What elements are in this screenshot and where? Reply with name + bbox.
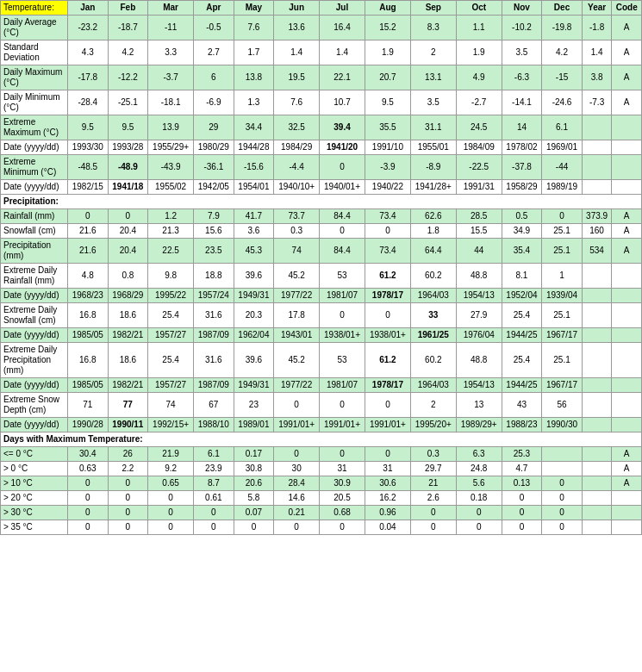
cell-2-4-3: 0	[194, 506, 234, 520]
cell-1-9-9: 13	[456, 393, 502, 418]
cell-0-1-13: A	[612, 40, 642, 65]
cell-0-4-2: 13.9	[148, 115, 194, 140]
cell-2-2-7: 30.6	[365, 476, 410, 491]
cell-0-5-6: 1941/20	[320, 140, 365, 155]
cell-1-3-2: 9.8	[148, 264, 194, 289]
cell-2-3-6: 20.5	[320, 491, 365, 506]
cell-1-2-8: 64.4	[410, 239, 456, 264]
cell-2-3-8: 2.6	[410, 491, 456, 506]
row-label-2-2: > 10 °C	[1, 476, 68, 491]
cell-1-4-3: 1957/24	[194, 289, 234, 303]
cell-0-1-3: 2.7	[194, 40, 234, 65]
cell-1-3-0: 4.8	[68, 264, 109, 289]
cell-2-5-4: 0	[234, 520, 274, 535]
cell-1-10-7: 1991/01+	[365, 418, 410, 432]
cell-1-4-8: 1964/03	[410, 289, 456, 303]
cell-2-5-11: 0	[542, 520, 583, 535]
cell-2-4-0: 0	[68, 506, 109, 520]
cell-2-4-7: 0.96	[365, 506, 410, 520]
cell-2-5-13	[612, 520, 642, 535]
row-label-1-6: Date (yyyy/dd)	[1, 328, 68, 343]
col-oct: Oct	[456, 1, 502, 16]
cell-2-2-1: 0	[108, 476, 148, 491]
cell-0-1-0: 4.3	[68, 40, 109, 65]
cell-1-7-3: 31.6	[194, 343, 234, 378]
cell-1-5-3: 31.6	[194, 303, 234, 328]
cell-1-6-12	[582, 328, 612, 343]
row-label-0-1: Standard Deviation	[1, 40, 68, 65]
cell-1-4-11: 1939/04	[542, 289, 583, 303]
cell-1-4-0: 1968/23	[68, 289, 109, 303]
cell-1-5-2: 25.4	[148, 303, 194, 328]
cell-0-6-2: -43.9	[148, 155, 194, 180]
cell-0-4-7: 35.5	[365, 115, 410, 140]
cell-1-5-7: 0	[365, 303, 410, 328]
cell-1-7-4: 39.6	[234, 343, 274, 378]
cell-0-2-2: -3.7	[148, 65, 194, 90]
cell-1-3-4: 39.6	[234, 264, 274, 289]
cell-1-2-13: A	[612, 239, 642, 264]
cell-0-4-0: 9.5	[68, 115, 109, 140]
cell-1-6-6: 1938/01+	[320, 328, 365, 343]
cell-2-5-12	[582, 520, 612, 535]
cell-2-0-12	[582, 447, 612, 462]
cell-1-2-4: 45.3	[234, 239, 274, 264]
cell-1-0-11: 0	[542, 209, 583, 224]
cell-0-4-1: 9.5	[108, 115, 148, 140]
cell-1-10-13	[612, 418, 642, 432]
cell-0-0-0: -23.2	[68, 16, 109, 40]
cell-1-1-6: 0	[320, 224, 365, 239]
row-label-1-8: Date (yyyy/dd)	[1, 378, 68, 393]
cell-1-5-12	[582, 303, 612, 328]
cell-0-6-10: -37.8	[502, 155, 542, 180]
cell-1-6-9: 1976/04	[456, 328, 502, 343]
cell-1-9-4: 23	[234, 393, 274, 418]
cell-0-4-5: 32.5	[274, 115, 320, 140]
cell-0-4-9: 24.5	[456, 115, 502, 140]
cell-1-9-1: 77	[108, 393, 148, 418]
cell-2-4-6: 0.68	[320, 506, 365, 520]
cell-1-7-6: 53	[320, 343, 365, 378]
cell-1-7-8: 60.2	[410, 343, 456, 378]
cell-1-2-11: 25.1	[542, 239, 583, 264]
cell-1-8-13	[612, 378, 642, 393]
cell-2-0-4: 0.17	[234, 447, 274, 462]
cell-2-4-2: 0	[148, 506, 194, 520]
cell-0-0-2: -11	[148, 16, 194, 40]
cell-2-3-1: 0	[108, 491, 148, 506]
cell-1-0-13: A	[612, 209, 642, 224]
cell-2-0-2: 21.9	[148, 447, 194, 462]
cell-1-10-11: 1990/30	[542, 418, 583, 432]
cell-1-9-8: 2	[410, 393, 456, 418]
col-feb: Feb	[108, 1, 148, 16]
cell-0-7-11: 1989/19	[542, 180, 583, 195]
cell-1-6-5: 1943/01	[274, 328, 320, 343]
cell-1-0-7: 73.4	[365, 209, 410, 224]
cell-0-3-10: -14.1	[502, 90, 542, 115]
cell-1-1-4: 3.6	[234, 224, 274, 239]
row-label-0-4: Extreme Maximum (°C)	[1, 115, 68, 140]
cell-0-7-10: 1958/29	[502, 180, 542, 195]
row-label-2-5: > 35 °C	[1, 520, 68, 535]
cell-0-5-3: 1980/29	[194, 140, 234, 155]
cell-1-8-6: 1981/07	[320, 378, 365, 393]
cell-2-4-9: 0	[456, 506, 502, 520]
cell-1-6-1: 1982/21	[108, 328, 148, 343]
cell-2-5-5: 0	[274, 520, 320, 535]
cell-2-1-8: 29.7	[410, 462, 456, 476]
row-label-1-1: Snowfall (cm)	[1, 224, 68, 239]
cell-1-0-4: 41.7	[234, 209, 274, 224]
cell-1-2-3: 23.5	[194, 239, 234, 264]
cell-2-2-9: 5.6	[456, 476, 502, 491]
cell-1-9-5: 0	[274, 393, 320, 418]
cell-0-4-12	[582, 115, 612, 140]
cell-1-8-11: 1967/17	[542, 378, 583, 393]
cell-1-8-2: 1957/27	[148, 378, 194, 393]
cell-2-0-8: 0.3	[410, 447, 456, 462]
cell-1-10-9: 1989/29+	[456, 418, 502, 432]
cell-1-1-5: 0.3	[274, 224, 320, 239]
cell-0-7-4: 1954/01	[234, 180, 274, 195]
cell-0-7-7: 1940/22	[365, 180, 410, 195]
cell-2-0-0: 30.4	[68, 447, 109, 462]
cell-1-9-12	[582, 393, 612, 418]
